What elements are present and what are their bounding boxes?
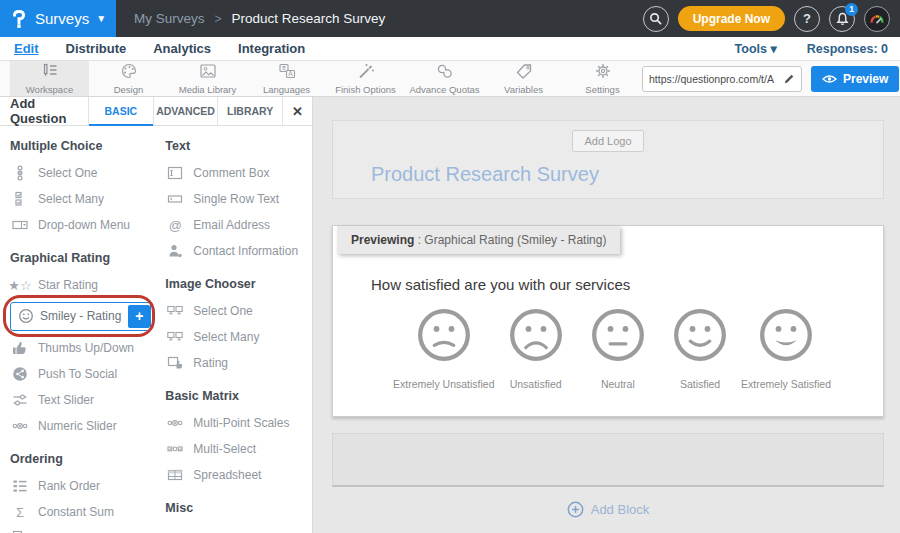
help-button[interactable]: ? bbox=[794, 6, 820, 32]
svg-text:A: A bbox=[288, 70, 293, 77]
toolbar-settings[interactable]: Settings bbox=[563, 61, 642, 96]
section-misc: Misc bbox=[165, 501, 304, 515]
question-type-star-rating[interactable]: ★☆Star Rating bbox=[10, 272, 151, 298]
toolbar-languages[interactable]: ALanguages bbox=[247, 61, 326, 96]
question-type-list: Multiple ChoiceSelect OneSelect ManyDrop… bbox=[0, 126, 312, 533]
survey-url-input[interactable] bbox=[649, 73, 779, 85]
section-image-chooser: Image ChooserSelect OneSelect ManyRating bbox=[165, 277, 304, 376]
question-type-constant-sum[interactable]: ΣConstant Sum bbox=[10, 499, 151, 525]
notifications-button[interactable]: 1 bbox=[829, 6, 855, 32]
breadcrumb-separator: > bbox=[215, 12, 222, 26]
numeric-slider-icon bbox=[10, 418, 30, 434]
question-type-contact-information[interactable]: Contact Information bbox=[165, 238, 304, 264]
toolbar: WorkspaceDesignMedia LibraryALanguagesFi… bbox=[0, 61, 900, 97]
toolbar-media-library[interactable]: Media Library bbox=[168, 61, 247, 96]
add-smiley-rating-button[interactable]: + bbox=[128, 305, 150, 328]
media-library-icon bbox=[198, 63, 218, 83]
close-icon[interactable]: ✕ bbox=[282, 97, 312, 125]
question-tab-library[interactable]: LIBRARY bbox=[217, 97, 282, 125]
question-type-multi-point-scales[interactable]: Multi-Point Scales bbox=[165, 410, 304, 436]
breadcrumb-my-surveys[interactable]: My Surveys bbox=[134, 11, 205, 26]
question-type-drop-down-menu[interactable]: Drop-down Menu bbox=[10, 212, 151, 238]
responses-count[interactable]: Responses: 0 bbox=[807, 42, 888, 56]
topbar-actions: Upgrade Now ? 1 bbox=[643, 6, 890, 32]
image-multi-icon bbox=[165, 329, 185, 345]
section-heading: Graphical Rating bbox=[10, 251, 151, 265]
question-type-smiley-rating[interactable]: Smiley - Rating+ bbox=[10, 302, 151, 331]
question-type-select-many[interactable]: Select Many bbox=[10, 186, 151, 212]
radio-list-icon bbox=[10, 165, 30, 181]
question-preview-card: Previewing : Graphical Rating (Smiley - … bbox=[332, 225, 884, 417]
question-type-text-slider[interactable]: Text Slider bbox=[10, 387, 151, 413]
add-block-button[interactable]: Add Block bbox=[332, 501, 884, 518]
preview-button[interactable]: Preview bbox=[811, 66, 899, 92]
question-type-push-to-social[interactable]: Push To Social bbox=[10, 361, 151, 387]
section-graphical-rating: Graphical Rating★☆Star RatingSmiley - Ra… bbox=[10, 251, 151, 439]
item-label: Push To Social bbox=[38, 367, 117, 381]
smiley-option-unsatisfied[interactable]: Unsatisfied bbox=[495, 307, 577, 390]
smiley-option-label: Unsatisfied bbox=[510, 378, 562, 390]
add-question-sidebar: Add Question BASICADVANCEDLIBRARY ✕ Mult… bbox=[0, 97, 313, 533]
toolbar-design[interactable]: Design bbox=[89, 61, 168, 96]
add-question-title: Add Question bbox=[0, 97, 88, 125]
smiley-option-label: Satisfied bbox=[680, 378, 720, 390]
smiley-face-icon bbox=[672, 307, 728, 367]
at-icon: @ bbox=[165, 218, 185, 233]
smiley-option-extremely-unsatisfied[interactable]: Extremely Unsatisfied bbox=[393, 307, 495, 390]
add-logo-button[interactable]: Add Logo bbox=[572, 130, 643, 152]
toolbar-label: Design bbox=[114, 84, 144, 95]
question-type-rating[interactable]: Rating bbox=[165, 350, 304, 376]
previewing-tab: Previewing : Graphical Rating (Smiley - … bbox=[337, 226, 620, 254]
nav-tab-integration[interactable]: Integration bbox=[238, 41, 305, 56]
survey-nav-tabs: EditDistributeAnalyticsIntegration bbox=[14, 41, 305, 56]
toolbar-label: Settings bbox=[585, 84, 619, 95]
thumbs-icon bbox=[10, 340, 30, 356]
smiley-face-icon bbox=[758, 307, 814, 367]
question-type-comment-box[interactable]: Comment Box bbox=[165, 160, 304, 186]
languages-icon: A bbox=[277, 63, 297, 83]
survey-header-panel[interactable]: Add Logo Product Research Survey bbox=[332, 120, 884, 199]
item-label: Smiley - Rating bbox=[40, 309, 121, 323]
question-type-drag-and-drop[interactable]: Drag and Drop bbox=[10, 525, 151, 533]
survey-title[interactable]: Product Research Survey bbox=[371, 163, 599, 186]
toolbar-variables[interactable]: Variables bbox=[484, 61, 563, 96]
questionpro-logo-menu[interactable]: Surveys ▼ bbox=[0, 0, 116, 37]
item-label: Email Address bbox=[193, 218, 270, 232]
question-type-select-one[interactable]: Select One bbox=[165, 298, 304, 324]
section-text: TextComment BoxSingle Row Text@Email Add… bbox=[165, 139, 304, 264]
search-button[interactable] bbox=[643, 6, 669, 32]
question-type-single-row-text[interactable]: Single Row Text bbox=[165, 186, 304, 212]
nav-tab-analytics[interactable]: Analytics bbox=[153, 41, 211, 56]
toolbar-workspace[interactable]: Workspace bbox=[10, 61, 89, 96]
question-type-spreadsheet[interactable]: Spreadsheet bbox=[165, 462, 304, 488]
smiley-option-label: Extremely Unsatisfied bbox=[393, 378, 495, 390]
upgrade-now-button[interactable]: Upgrade Now bbox=[678, 6, 785, 31]
question-type-email-address[interactable]: @Email Address bbox=[165, 212, 304, 238]
smiley-face-icon bbox=[590, 307, 646, 367]
highlighted-item-wrap: Smiley - Rating+ bbox=[10, 301, 151, 331]
question-type-rank-order[interactable]: Rank Order bbox=[10, 473, 151, 499]
question-type-multi-select[interactable]: Multi-Select bbox=[165, 436, 304, 462]
toolbar-finish-options[interactable]: Finish Options bbox=[326, 61, 405, 96]
smiley-option-extremely-satisfied[interactable]: Extremely Satisfied bbox=[741, 307, 831, 390]
smiley-option-satisfied[interactable]: Satisfied bbox=[659, 307, 741, 390]
edit-pencil-icon[interactable] bbox=[783, 73, 795, 85]
question-type-select-many[interactable]: Select Many bbox=[165, 324, 304, 350]
toolbar-label: Media Library bbox=[179, 84, 237, 95]
checkbox-list-icon bbox=[10, 191, 30, 207]
question-type-thumbs-up-down[interactable]: Thumbs Up/Down bbox=[10, 335, 151, 361]
question-tab-advanced[interactable]: ADVANCED bbox=[153, 97, 218, 125]
user-avatar[interactable] bbox=[864, 6, 890, 32]
nav-tab-distribute[interactable]: Distribute bbox=[66, 41, 127, 56]
question-tab-basic[interactable]: BASIC bbox=[88, 97, 153, 125]
plus-circle-icon bbox=[567, 501, 584, 518]
tools-menu[interactable]: Tools ▾ bbox=[735, 41, 777, 56]
toolbar-advance-quotas[interactable]: Advance Quotas bbox=[405, 61, 484, 96]
smiley-option-neutral[interactable]: Neutral bbox=[577, 307, 659, 390]
survey-url-box[interactable] bbox=[642, 66, 802, 92]
question-type-numeric-slider[interactable]: Numeric Slider bbox=[10, 413, 151, 439]
smiley-icon bbox=[16, 308, 36, 324]
question-type-select-one[interactable]: Select One bbox=[10, 160, 151, 186]
nav-tab-edit[interactable]: Edit bbox=[14, 41, 39, 56]
item-label: Single Row Text bbox=[193, 192, 279, 206]
